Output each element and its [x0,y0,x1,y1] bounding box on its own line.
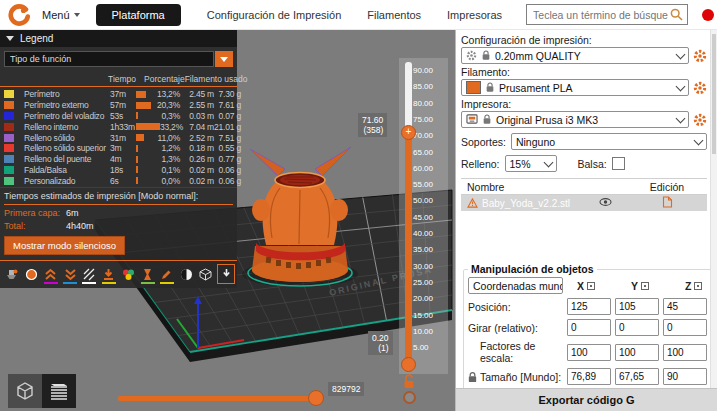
feature-filament-m: 0.02 m [180,165,214,175]
position-x-field[interactable] [567,298,611,315]
filament-icon[interactable] [23,266,39,284]
position-y-field[interactable] [615,298,659,315]
feature-label: Relleno sólido superior [24,143,108,153]
print-settings-gear-button[interactable] [693,49,707,63]
print-settings-select[interactable]: 0.20mm QUALITY [461,47,689,64]
record-indicator[interactable] [702,9,714,21]
supports-select[interactable]: Ninguno [511,133,707,150]
uniform-scale-lock-icon[interactable] [467,371,478,384]
ruler-tick: 15.00 [413,311,433,320]
legend-rows: Perímetro37m13,2%2.45 m7.30 gPerímetro e… [0,87,237,187]
feature-label: Personalizado [24,176,108,186]
ruler-tick: 70.00 [413,131,433,140]
legend-row: Perímetro del voladizo53s0,3%0.03 m0.07 … [0,111,237,122]
legend-header[interactable]: Legend [0,30,237,47]
layer-slider-upper-handle[interactable]: + [401,125,416,140]
sidebar-scrollbar[interactable] [710,30,717,388]
dropdown-arrow-icon[interactable] [215,51,233,67]
feature-percent: 0,0% [161,176,180,186]
legend-row: Relleno interno1h33m33,2%7.04 m21.01 g [0,121,237,132]
chevron-down-icon [694,135,704,145]
feature-filament-g: 7.51 g [214,133,241,143]
preview-view-button[interactable] [42,374,76,408]
rotate-x-field[interactable] [567,319,611,336]
position-row: Posición: mm [468,298,717,315]
scale-y-field[interactable] [615,344,659,361]
search-box[interactable] [526,4,688,25]
tab-plataforma[interactable]: Plataforma [96,4,181,26]
tab-filaments[interactable]: Filamentos [367,9,421,21]
filament-select[interactable]: Prusament PLA [461,79,689,96]
feature-filament-g: 7.61 g [214,100,241,110]
axis-reset-icon[interactable] [694,282,702,290]
layer-slider-upper-tooltip: 71.60 (358) [358,113,387,137]
legend-row: Relleno sólido superior3m1,2%0.18 m0.55 … [0,143,237,154]
export-gcode-button[interactable]: Exportar código G [456,388,717,411]
position-z-field[interactable] [663,298,707,315]
scrollbar-thumb[interactable] [712,34,716,154]
ruler-tick: 45.00 [413,213,433,222]
infill-select[interactable]: 15% [505,155,557,172]
scale-z-field[interactable] [663,344,707,361]
eye-icon[interactable] [599,197,612,207]
scale-row: Factores de escala: % [468,340,717,364]
seams-icon[interactable] [82,266,98,284]
nozzle-icon[interactable] [4,266,20,284]
manipulation-title: Manipulación de objetos [468,263,597,275]
feature-percent: 0,1% [161,165,180,175]
legend-toggle-icon[interactable] [217,264,235,284]
feature-percent: 20,3% [157,100,180,110]
show-silent-mode-button[interactable]: Mostrar modo silencioso [4,236,125,255]
custom-gcode-icon[interactable] [159,266,175,284]
one-layer-mode-toggle[interactable] [403,391,416,404]
move-slider-track[interactable] [118,396,322,401]
view-type-select[interactable]: Tipo de función [4,51,233,67]
tab-printers[interactable]: Impresoras [447,9,502,21]
coordinates-select[interactable]: Coordenadas mund... [468,277,563,294]
rotate-z-field[interactable] [663,319,707,336]
total-label: Total: [4,221,66,231]
filament-gear-button[interactable] [693,81,707,95]
printer-gear-button[interactable] [693,113,707,127]
print-settings-value: 0.20mm QUALITY [495,50,581,62]
layer-slider-track-upper[interactable] [405,62,412,132]
edit-object-icon[interactable] [662,196,673,208]
shells-icon[interactable] [178,266,194,284]
editor-view-button[interactable] [8,374,42,408]
preview-feature-toolbar [0,261,237,288]
feature-filament-m: 0.02 m [180,176,214,186]
feature-time: 4m [108,154,136,164]
deretractions-icon[interactable] [43,266,59,284]
app-logo-icon [8,4,30,26]
move-slider-handle[interactable] [308,390,324,406]
raft-checkbox[interactable] [612,157,625,170]
rotate-y-field[interactable] [615,319,659,336]
printer-select[interactable]: Original Prusa i3 MK3 [461,111,689,128]
size-x-field[interactable] [567,368,611,385]
3d-viewport[interactable]: ORIGINAL PRUSA [0,30,455,411]
search-icon[interactable] [670,8,683,21]
model-baby-yoda[interactable] [248,147,352,286]
size-y-field[interactable] [615,368,659,385]
layer-slider-track-lower[interactable] [405,130,412,364]
tool-change-icon[interactable] [101,266,117,284]
percent-bar [136,177,138,184]
tab-print-settings[interactable]: Configuración de Impresión [207,9,342,21]
size-z-field[interactable] [663,368,707,385]
pause-print-icon[interactable] [140,266,156,284]
color-change-icon[interactable] [120,266,136,284]
axis-x-header: X [577,280,617,292]
menu-button[interactable]: Menú [42,9,80,21]
object-row[interactable]: Baby_Yoda_v2.2.stl [461,195,707,211]
tool-marker-icon[interactable] [198,266,214,284]
feature-color-swatch [4,112,14,120]
axis-reset-icon[interactable] [587,282,595,290]
times-title: Tiempos estimados de impresión [Modo nor… [4,191,233,205]
axis-reset-icon[interactable] [641,282,649,290]
slider-lock-icon[interactable] [402,374,416,389]
retractions-icon[interactable] [62,266,78,284]
total-value: 4h40m [66,221,94,231]
layer-slider-lower-handle[interactable] [401,357,416,372]
scale-x-field[interactable] [567,344,611,361]
search-input[interactable] [531,8,670,22]
